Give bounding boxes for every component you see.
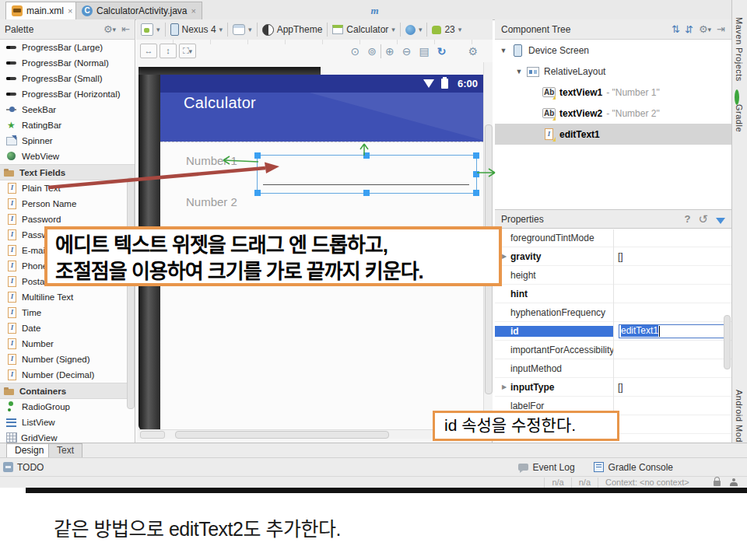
palette-item-time[interactable]: ITime	[0, 305, 135, 320]
todo-tab[interactable]: TODO	[17, 462, 44, 473]
user-icon[interactable]	[730, 482, 738, 486]
property-value-editbox[interactable]: editText1	[619, 324, 724, 338]
palette-section-text-fields[interactable]: Text Fields	[0, 164, 135, 180]
design-mode-tab[interactable]: Design	[6, 443, 52, 458]
palette-item-progressbar-large[interactable]: ProgressBar (Large)	[0, 40, 135, 55]
property-name-cell: hyphenationFrequency	[495, 307, 613, 318]
palette-item-ratingbar[interactable]: RatingBar	[0, 117, 135, 133]
gear-icon[interactable]: ⚙	[103, 23, 113, 35]
expand-to-fit-button[interactable]: ⛶▾	[179, 44, 196, 58]
property-value-cell[interactable]: []	[613, 251, 731, 262]
api-selector-button[interactable]: 23▾	[432, 24, 461, 35]
match-height-button[interactable]: ↕	[160, 44, 177, 58]
resize-handle[interactable]	[363, 152, 370, 159]
palette-item-progressbar-small[interactable]: ProgressBar (Small)	[0, 71, 135, 86]
component-tree-title: Component Tree	[501, 24, 570, 35]
canvas-horizontal-scrollbar-thumb[interactable]	[175, 431, 389, 439]
gradle-console-tab[interactable]: Gradle Console	[608, 462, 673, 473]
theme-selector-button[interactable]: AppTheme	[262, 24, 323, 36]
locale-selector-button[interactable]: ▾	[405, 25, 423, 35]
resize-handle[interactable]	[473, 171, 479, 177]
tab-main-xml[interactable]: main.xml ×	[5, 2, 79, 19]
palette-item-seekbar[interactable]: SeekBar	[0, 102, 135, 117]
config-selector-button[interactable]: ▾	[141, 23, 160, 36]
text-mode-tab[interactable]: Text	[48, 443, 82, 458]
resize-handle[interactable]	[254, 152, 261, 159]
collapse-all-icon[interactable]: ⇅	[685, 23, 693, 35]
palette-item-person-name[interactable]: IPerson Name	[0, 196, 135, 212]
match-width-button[interactable]: ↔	[140, 44, 157, 58]
expand-arrow-icon[interactable]: ▼	[515, 68, 523, 75]
tree-node-edittext1[interactable]: editText1	[495, 124, 731, 145]
zoom-to-fit-icon[interactable]: ⊙	[351, 45, 360, 58]
expand-arrow-icon[interactable]: ▶	[502, 253, 508, 260]
tree-node-textview2[interactable]: textView2- "Number 2"	[495, 103, 731, 124]
maven-projects-tab[interactable]: m	[0, 5, 16, 17]
textfield-icon: I	[8, 354, 16, 365]
resize-handle[interactable]	[254, 190, 261, 196]
property-value-cell[interactable]: []	[613, 382, 731, 393]
preview-doc-icon[interactable]: ▤	[419, 45, 429, 58]
palette-item-number-signed[interactable]: INumber (Signed)	[0, 352, 135, 367]
tree-node-value: - "Number 1"	[606, 87, 660, 98]
palette-item-radiogroup[interactable]: RadioGroup	[0, 399, 135, 415]
properties-scrollbar[interactable]	[724, 315, 731, 369]
palette-item-number[interactable]: INumber	[0, 336, 135, 352]
palette-item-gridview[interactable]: GridView	[0, 430, 135, 443]
palette-section-containers[interactable]: Containers	[0, 383, 135, 399]
gear-icon[interactable]: ⚙	[468, 45, 478, 58]
resize-handle[interactable]	[473, 152, 479, 159]
hide-panel-icon[interactable]: ⇥	[717, 23, 725, 35]
activity-selector-button[interactable]: Calculator▾	[332, 24, 395, 35]
event-log-tab[interactable]: Event Log	[533, 462, 575, 473]
close-icon[interactable]: ×	[68, 6, 72, 16]
palette-item-listview[interactable]: ListView	[0, 415, 135, 430]
expand-all-icon[interactable]: ⇅	[672, 23, 680, 35]
resize-handle[interactable]	[363, 190, 370, 196]
textfield-icon: I	[8, 245, 16, 256]
zoom-in-icon[interactable]: ⊕	[385, 45, 395, 58]
palette-item-progressbar-normal[interactable]: ProgressBar (Normal)	[0, 55, 135, 71]
palette-item-webview[interactable]: WebView	[0, 149, 135, 164]
reset-icon[interactable]: ↺	[698, 212, 708, 226]
device-selector-button[interactable]: Nexus 4▾	[170, 23, 223, 36]
palette-item-number-decimal[interactable]: INumber (Decimal)	[0, 367, 135, 383]
lock-icon[interactable]	[714, 481, 721, 486]
palette-item-date[interactable]: IDate	[0, 320, 135, 336]
filter-icon[interactable]	[716, 218, 725, 224]
property-name-cell: foregroundTintMode	[495, 233, 613, 243]
orientation-selector-button[interactable]: ▾	[233, 24, 252, 35]
component-tree: ▼Device Screen▼RelativeLayouttextView1- …	[495, 40, 731, 209]
palette-scrollbar[interactable]	[127, 177, 135, 409]
zoom-actual-icon[interactable]: ⊚	[367, 45, 377, 58]
close-icon[interactable]: ×	[191, 6, 195, 16]
tab-calculatoractivity-java[interactable]: C CalculatorActivity.java ×	[75, 2, 202, 19]
textview-number2[interactable]: Number 2	[186, 195, 237, 208]
palette-item-progressbar-horizontal[interactable]: ProgressBar (Horizontal)	[0, 86, 135, 102]
relativelayout-icon	[527, 65, 540, 78]
edittext-selection-box[interactable]	[257, 155, 477, 194]
tree-node-textview1[interactable]: textView1- "Number 1"	[495, 82, 731, 103]
maven-projects-tab[interactable]: Maven Projects	[735, 17, 744, 84]
palette-item-multiline-text[interactable]: IMultiline Text	[0, 289, 135, 305]
resize-handle[interactable]	[473, 190, 479, 196]
palette-item-password[interactable]: IPassword	[0, 212, 135, 227]
help-icon[interactable]: ?	[684, 213, 690, 225]
tree-node-relativelayout[interactable]: ▼RelativeLayout	[495, 61, 731, 82]
annotation-box-id: id 속성을 수정한다.	[433, 411, 619, 441]
palette-item-label: Multiline Text	[22, 292, 73, 302]
expand-arrow-icon[interactable]: ▼	[500, 47, 507, 54]
tree-node-device-screen[interactable]: ▼Device Screen	[495, 40, 731, 61]
device-icon	[511, 44, 524, 57]
tree-node-label: textView1	[559, 87, 602, 98]
palette-item-spinner[interactable]: Spinner	[0, 133, 135, 149]
palette-item-plain-text[interactable]: IPlain Text	[0, 180, 135, 196]
expand-arrow-icon[interactable]: ▶	[502, 383, 508, 390]
gradle-tab[interactable]: Gradle	[735, 104, 744, 135]
gear-icon[interactable]: ⚙	[699, 23, 708, 35]
property-value-cell[interactable]: editText1	[613, 324, 731, 338]
textview-number1[interactable]: Number 1	[186, 154, 237, 167]
refresh-icon[interactable]: ↻	[437, 45, 447, 58]
pin-icon[interactable]: ⇤	[121, 23, 130, 35]
zoom-out-icon[interactable]: ⊖	[402, 45, 412, 58]
